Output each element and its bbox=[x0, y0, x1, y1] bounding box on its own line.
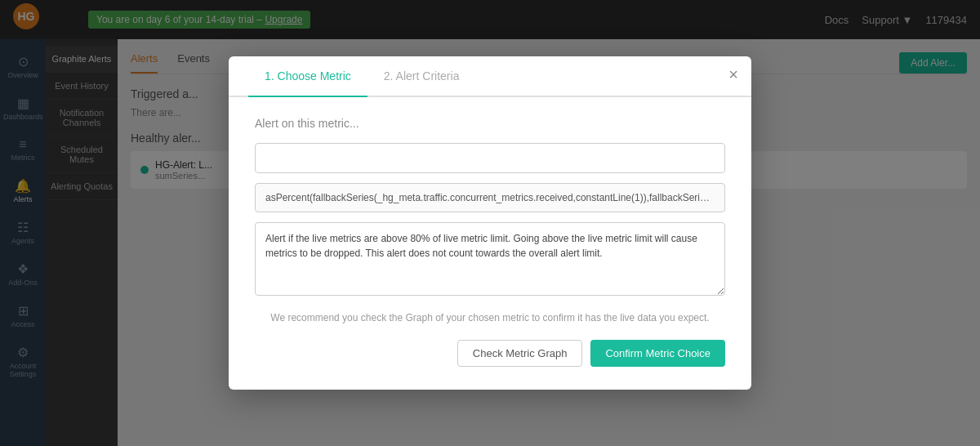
metric-display: asPercent(fallbackSeries(_hg_meta.traffi… bbox=[255, 183, 725, 212]
modal-body: Alert on this metric... asPercent(fallba… bbox=[229, 97, 751, 390]
alert-description-textarea[interactable]: Alert if the live metrics are above 80% … bbox=[255, 222, 725, 296]
confirm-metric-choice-button[interactable]: Confirm Metric Choice bbox=[590, 340, 725, 367]
modal-overlay: × 1. Choose Metric 2. Alert Criteria Ale… bbox=[0, 0, 980, 446]
modal-tab-choose-metric[interactable]: 1. Choose Metric bbox=[248, 56, 368, 96]
modal-tab-alert-criteria[interactable]: 2. Alert Criteria bbox=[368, 56, 476, 96]
modal-tab-bar: 1. Choose Metric 2. Alert Criteria bbox=[229, 56, 751, 97]
check-metric-graph-button[interactable]: Check Metric Graph bbox=[457, 340, 583, 367]
modal-section-label: Alert on this metric... bbox=[255, 117, 725, 130]
recommendation-text: We recommend you check the Graph of your… bbox=[255, 312, 725, 323]
modal-close-button[interactable]: × bbox=[728, 66, 738, 83]
modal-actions: Check Metric Graph Confirm Metric Choice bbox=[255, 340, 725, 367]
modal-dialog: × 1. Choose Metric 2. Alert Criteria Ale… bbox=[229, 56, 751, 390]
alert-name-input[interactable] bbox=[255, 143, 725, 173]
